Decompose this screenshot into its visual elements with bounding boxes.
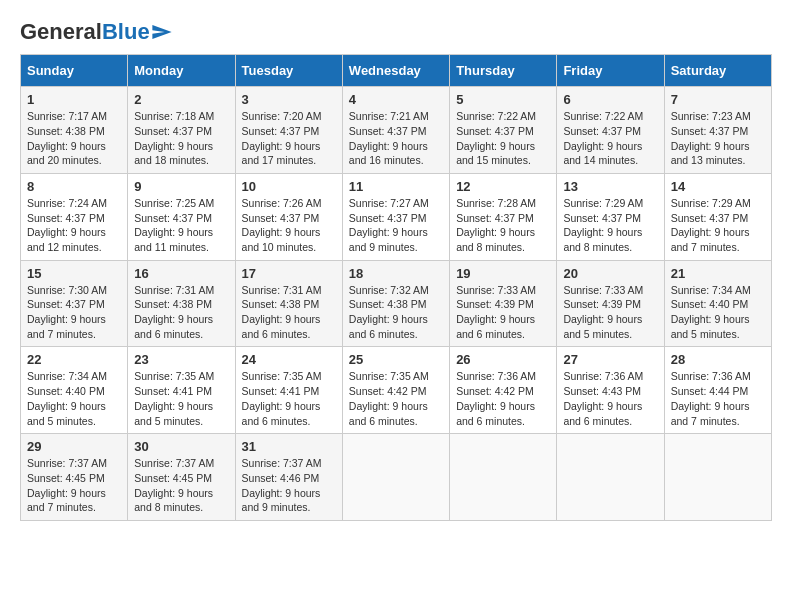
logo: GeneralBlue (20, 20, 172, 44)
calendar-week-row: 1Sunrise: 7:17 AMSunset: 4:38 PMDaylight… (21, 87, 772, 174)
day-number: 31 (242, 439, 336, 454)
day-info: Sunrise: 7:25 AMSunset: 4:37 PMDaylight:… (134, 196, 228, 255)
col-header-saturday: Saturday (664, 55, 771, 87)
calendar-week-row: 22Sunrise: 7:34 AMSunset: 4:40 PMDayligh… (21, 347, 772, 434)
calendar-cell: 1Sunrise: 7:17 AMSunset: 4:38 PMDaylight… (21, 87, 128, 174)
calendar-cell: 24Sunrise: 7:35 AMSunset: 4:41 PMDayligh… (235, 347, 342, 434)
calendar-table: SundayMondayTuesdayWednesdayThursdayFrid… (20, 54, 772, 521)
day-info: Sunrise: 7:32 AMSunset: 4:38 PMDaylight:… (349, 283, 443, 342)
calendar-cell (664, 434, 771, 521)
calendar-cell: 19Sunrise: 7:33 AMSunset: 4:39 PMDayligh… (450, 260, 557, 347)
day-info: Sunrise: 7:22 AMSunset: 4:37 PMDaylight:… (563, 109, 657, 168)
calendar-cell: 23Sunrise: 7:35 AMSunset: 4:41 PMDayligh… (128, 347, 235, 434)
day-number: 14 (671, 179, 765, 194)
calendar-week-row: 15Sunrise: 7:30 AMSunset: 4:37 PMDayligh… (21, 260, 772, 347)
calendar-cell: 31Sunrise: 7:37 AMSunset: 4:46 PMDayligh… (235, 434, 342, 521)
day-info: Sunrise: 7:28 AMSunset: 4:37 PMDaylight:… (456, 196, 550, 255)
day-number: 12 (456, 179, 550, 194)
calendar-cell: 28Sunrise: 7:36 AMSunset: 4:44 PMDayligh… (664, 347, 771, 434)
svg-marker-0 (152, 25, 171, 39)
day-number: 13 (563, 179, 657, 194)
calendar-cell: 13Sunrise: 7:29 AMSunset: 4:37 PMDayligh… (557, 173, 664, 260)
calendar-cell: 21Sunrise: 7:34 AMSunset: 4:40 PMDayligh… (664, 260, 771, 347)
day-info: Sunrise: 7:24 AMSunset: 4:37 PMDaylight:… (27, 196, 121, 255)
day-number: 28 (671, 352, 765, 367)
calendar-week-row: 8Sunrise: 7:24 AMSunset: 4:37 PMDaylight… (21, 173, 772, 260)
calendar-cell: 26Sunrise: 7:36 AMSunset: 4:42 PMDayligh… (450, 347, 557, 434)
calendar-cell: 8Sunrise: 7:24 AMSunset: 4:37 PMDaylight… (21, 173, 128, 260)
day-number: 10 (242, 179, 336, 194)
day-info: Sunrise: 7:18 AMSunset: 4:37 PMDaylight:… (134, 109, 228, 168)
day-info: Sunrise: 7:35 AMSunset: 4:41 PMDaylight:… (134, 369, 228, 428)
day-number: 29 (27, 439, 121, 454)
day-number: 19 (456, 266, 550, 281)
col-header-wednesday: Wednesday (342, 55, 449, 87)
calendar-cell: 5Sunrise: 7:22 AMSunset: 4:37 PMDaylight… (450, 87, 557, 174)
calendar-cell: 22Sunrise: 7:34 AMSunset: 4:40 PMDayligh… (21, 347, 128, 434)
calendar-cell: 12Sunrise: 7:28 AMSunset: 4:37 PMDayligh… (450, 173, 557, 260)
calendar-cell: 2Sunrise: 7:18 AMSunset: 4:37 PMDaylight… (128, 87, 235, 174)
calendar-header-row: SundayMondayTuesdayWednesdayThursdayFrid… (21, 55, 772, 87)
day-number: 6 (563, 92, 657, 107)
calendar-cell: 14Sunrise: 7:29 AMSunset: 4:37 PMDayligh… (664, 173, 771, 260)
day-info: Sunrise: 7:33 AMSunset: 4:39 PMDaylight:… (563, 283, 657, 342)
day-number: 4 (349, 92, 443, 107)
col-header-sunday: Sunday (21, 55, 128, 87)
calendar-cell: 29Sunrise: 7:37 AMSunset: 4:45 PMDayligh… (21, 434, 128, 521)
day-info: Sunrise: 7:34 AMSunset: 4:40 PMDaylight:… (671, 283, 765, 342)
day-number: 26 (456, 352, 550, 367)
day-info: Sunrise: 7:26 AMSunset: 4:37 PMDaylight:… (242, 196, 336, 255)
day-info: Sunrise: 7:33 AMSunset: 4:39 PMDaylight:… (456, 283, 550, 342)
calendar-cell (450, 434, 557, 521)
calendar-cell (557, 434, 664, 521)
col-header-thursday: Thursday (450, 55, 557, 87)
day-number: 20 (563, 266, 657, 281)
day-info: Sunrise: 7:37 AMSunset: 4:46 PMDaylight:… (242, 456, 336, 515)
day-info: Sunrise: 7:35 AMSunset: 4:41 PMDaylight:… (242, 369, 336, 428)
page-header: GeneralBlue (20, 20, 772, 44)
day-info: Sunrise: 7:35 AMSunset: 4:42 PMDaylight:… (349, 369, 443, 428)
calendar-week-row: 29Sunrise: 7:37 AMSunset: 4:45 PMDayligh… (21, 434, 772, 521)
logo-text: GeneralBlue (20, 20, 150, 44)
day-number: 25 (349, 352, 443, 367)
day-number: 8 (27, 179, 121, 194)
day-info: Sunrise: 7:34 AMSunset: 4:40 PMDaylight:… (27, 369, 121, 428)
calendar-cell: 18Sunrise: 7:32 AMSunset: 4:38 PMDayligh… (342, 260, 449, 347)
calendar-cell: 9Sunrise: 7:25 AMSunset: 4:37 PMDaylight… (128, 173, 235, 260)
day-info: Sunrise: 7:30 AMSunset: 4:37 PMDaylight:… (27, 283, 121, 342)
day-info: Sunrise: 7:37 AMSunset: 4:45 PMDaylight:… (27, 456, 121, 515)
calendar-cell: 6Sunrise: 7:22 AMSunset: 4:37 PMDaylight… (557, 87, 664, 174)
day-info: Sunrise: 7:31 AMSunset: 4:38 PMDaylight:… (242, 283, 336, 342)
day-info: Sunrise: 7:37 AMSunset: 4:45 PMDaylight:… (134, 456, 228, 515)
calendar-cell: 25Sunrise: 7:35 AMSunset: 4:42 PMDayligh… (342, 347, 449, 434)
calendar-cell: 30Sunrise: 7:37 AMSunset: 4:45 PMDayligh… (128, 434, 235, 521)
day-info: Sunrise: 7:36 AMSunset: 4:44 PMDaylight:… (671, 369, 765, 428)
day-number: 23 (134, 352, 228, 367)
calendar-cell: 11Sunrise: 7:27 AMSunset: 4:37 PMDayligh… (342, 173, 449, 260)
calendar-cell: 15Sunrise: 7:30 AMSunset: 4:37 PMDayligh… (21, 260, 128, 347)
calendar-cell: 4Sunrise: 7:21 AMSunset: 4:37 PMDaylight… (342, 87, 449, 174)
calendar-cell: 10Sunrise: 7:26 AMSunset: 4:37 PMDayligh… (235, 173, 342, 260)
col-header-tuesday: Tuesday (235, 55, 342, 87)
calendar-cell: 20Sunrise: 7:33 AMSunset: 4:39 PMDayligh… (557, 260, 664, 347)
day-number: 3 (242, 92, 336, 107)
day-number: 11 (349, 179, 443, 194)
day-number: 15 (27, 266, 121, 281)
day-info: Sunrise: 7:27 AMSunset: 4:37 PMDaylight:… (349, 196, 443, 255)
day-number: 16 (134, 266, 228, 281)
day-info: Sunrise: 7:20 AMSunset: 4:37 PMDaylight:… (242, 109, 336, 168)
calendar-cell: 17Sunrise: 7:31 AMSunset: 4:38 PMDayligh… (235, 260, 342, 347)
day-info: Sunrise: 7:29 AMSunset: 4:37 PMDaylight:… (563, 196, 657, 255)
day-info: Sunrise: 7:22 AMSunset: 4:37 PMDaylight:… (456, 109, 550, 168)
col-header-friday: Friday (557, 55, 664, 87)
calendar-cell: 3Sunrise: 7:20 AMSunset: 4:37 PMDaylight… (235, 87, 342, 174)
day-info: Sunrise: 7:36 AMSunset: 4:42 PMDaylight:… (456, 369, 550, 428)
day-number: 5 (456, 92, 550, 107)
day-number: 9 (134, 179, 228, 194)
day-number: 21 (671, 266, 765, 281)
day-info: Sunrise: 7:31 AMSunset: 4:38 PMDaylight:… (134, 283, 228, 342)
col-header-monday: Monday (128, 55, 235, 87)
day-number: 7 (671, 92, 765, 107)
calendar-cell: 27Sunrise: 7:36 AMSunset: 4:43 PMDayligh… (557, 347, 664, 434)
day-number: 24 (242, 352, 336, 367)
